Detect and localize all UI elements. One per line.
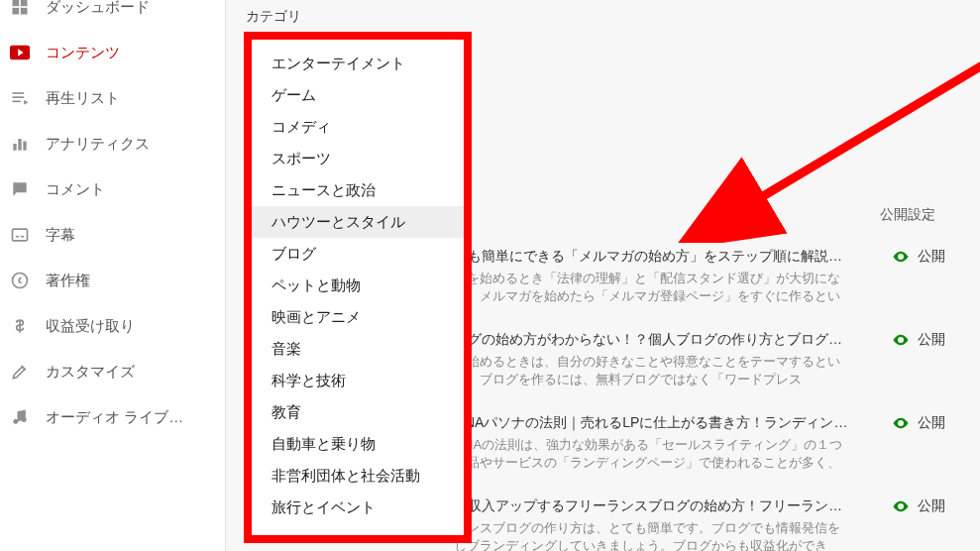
- svg-rect-13: [13, 229, 28, 241]
- sidebar-item-label: 著作権: [46, 272, 90, 290]
- sidebar-item-customize[interactable]: カスタマイズ: [0, 349, 225, 394]
- category-option[interactable]: エンターテイメント: [272, 48, 464, 79]
- sidebar-item-label: 再生リスト: [46, 89, 120, 108]
- column-header-visibility: 公開設定: [880, 206, 935, 224]
- svg-point-18: [22, 417, 27, 422]
- visibility-cell[interactable]: 公開: [892, 248, 945, 266]
- svg-rect-1: [21, 0, 28, 6]
- category-option[interactable]: スポーツ: [272, 143, 464, 174]
- category-option[interactable]: 自動車と乗り物: [272, 428, 464, 460]
- playlist-icon: [8, 86, 32, 110]
- svg-rect-2: [13, 8, 20, 15]
- category-option[interactable]: 旅行とイベント: [272, 492, 464, 523]
- video-desc: を始めるときは、自分の好きなことや得意なことをテーマするといい。ブログを作るには…: [454, 353, 850, 388]
- sidebar-item-label: コンテンツ: [46, 44, 120, 62]
- video-title: でも簡単にできる「メルマガの始め方」をステップ順に解説！…: [454, 248, 850, 266]
- sidebar-item-label: ダッシュボード: [46, 0, 150, 17]
- category-dropdown[interactable]: エンターテイメントゲームコメディスポーツニュースと政治ハウツーとスタイルブログペ…: [244, 32, 472, 543]
- eye-icon: [892, 497, 910, 515]
- category-option[interactable]: ブログ: [272, 238, 464, 270]
- visibility-label: 公開: [918, 331, 945, 349]
- video-desc: ガを始めるとき「法律の理解」と「配信スタンド選び」が大切になり、メルマガを始めた…: [454, 270, 850, 305]
- comment-icon: [8, 177, 32, 201]
- audio-icon: [8, 405, 32, 429]
- video-desc: ONAの法則は、強力な効果がある「セールスライティング」の１つで品やサービスの「…: [454, 436, 850, 472]
- subtitle-icon: [8, 223, 32, 247]
- customize-icon: [8, 360, 32, 384]
- svg-rect-12: [23, 142, 26, 151]
- copyright-icon: [8, 269, 32, 292]
- sidebar-item-label: 収益受け取り: [46, 317, 135, 336]
- visibility-label: 公開: [918, 497, 945, 515]
- video-title: ONAパソナの法則｜売れるLPに仕上がる書き方！ランディング…: [454, 414, 850, 432]
- sidebar-item-playlists[interactable]: 再生リスト: [0, 75, 225, 121]
- sidebar-item-label: 字幕: [46, 226, 75, 245]
- svg-rect-6: [13, 92, 25, 94]
- visibility-cell[interactable]: 公開: [892, 331, 945, 349]
- category-option[interactable]: 非営利団体と社会活動: [272, 460, 464, 492]
- visibility-label: 公開: [918, 414, 945, 432]
- sidebar-item-comments[interactable]: コメント: [0, 166, 225, 212]
- category-option[interactable]: 映画とアニメ: [272, 301, 464, 333]
- category-option[interactable]: ゲーム: [272, 79, 464, 111]
- svg-rect-3: [21, 8, 28, 15]
- sidebar-item-label: カスタマイズ: [46, 363, 135, 382]
- table-row[interactable]: でも簡単にできる「メルマガの始め方」をステップ順に解説！… ガを始めるとき「法律…: [454, 248, 970, 317]
- category-option[interactable]: 音楽: [272, 333, 464, 365]
- video-desc: ランスブログの作り方は、とても簡単です。ブログでも情報発信をしブランディングして…: [454, 519, 850, 551]
- svg-marker-9: [24, 100, 28, 105]
- sidebar-item-content[interactable]: コンテンツ: [0, 30, 225, 75]
- dashboard-icon: [8, 0, 32, 19]
- sidebar-item-copyright[interactable]: 著作権: [0, 258, 225, 303]
- category-option[interactable]: ペットと動物: [272, 270, 464, 301]
- sidebar-item-label: アナリティクス: [46, 135, 150, 154]
- main-area: カテゴリ 公開設定 でも簡単にできる「メルマガの始め方」をステップ順に解説！… …: [226, 0, 980, 551]
- visibility-cell[interactable]: 公開: [892, 414, 945, 432]
- category-option[interactable]: 教育: [272, 396, 464, 428]
- category-option[interactable]: コメディ: [272, 111, 464, 143]
- svg-rect-7: [13, 96, 25, 98]
- svg-rect-11: [18, 139, 21, 151]
- sidebar: ダッシュボード コンテンツ 再生リスト アナリティクス コメント 字幕 著作: [0, 0, 226, 551]
- sidebar-item-analytics[interactable]: アナリティクス: [0, 121, 225, 166]
- category-option[interactable]: 科学と技術: [272, 365, 464, 396]
- sidebar-item-monetization[interactable]: 収益受け取り: [0, 303, 225, 349]
- analytics-icon: [8, 132, 32, 156]
- eye-icon: [892, 248, 910, 266]
- content-icon: [8, 41, 32, 64]
- sidebar-item-label: コメント: [46, 180, 105, 199]
- svg-point-17: [13, 419, 18, 424]
- table-row[interactable]: ONAパソナの法則｜売れるLPに仕上がる書き方！ランディング… ONAの法則は、…: [454, 414, 970, 484]
- category-option[interactable]: ニュースと政治: [272, 174, 464, 206]
- sidebar-item-dashboard[interactable]: ダッシュボード: [0, 0, 225, 30]
- table-row[interactable]: 】収入アップするフリーランスブログの始め方！フリーランス… ランスブログの作り方…: [454, 497, 970, 551]
- svg-rect-10: [13, 144, 16, 151]
- dollar-icon: [8, 314, 32, 338]
- visibility-cell[interactable]: 公開: [892, 497, 945, 515]
- sidebar-item-subtitles[interactable]: 字幕: [0, 212, 225, 258]
- visibility-label: 公開: [918, 248, 945, 266]
- video-title: 】収入アップするフリーランスブログの始め方！フリーランス…: [454, 497, 850, 515]
- sidebar-item-audio[interactable]: オーディオ ライブ…: [0, 394, 225, 440]
- sidebar-item-label: オーディオ ライブ…: [46, 408, 183, 427]
- svg-rect-8: [13, 101, 21, 103]
- eye-icon: [892, 414, 910, 432]
- video-title: ログの始め方がわからない！？個人ブログの作り方とブログを…: [454, 331, 850, 349]
- category-option[interactable]: ハウツーとスタイル: [252, 206, 468, 238]
- table-row[interactable]: ログの始め方がわからない！？個人ブログの作り方とブログを… を始めるときは、自分…: [454, 331, 970, 400]
- eye-icon: [892, 331, 910, 349]
- svg-rect-0: [13, 0, 20, 6]
